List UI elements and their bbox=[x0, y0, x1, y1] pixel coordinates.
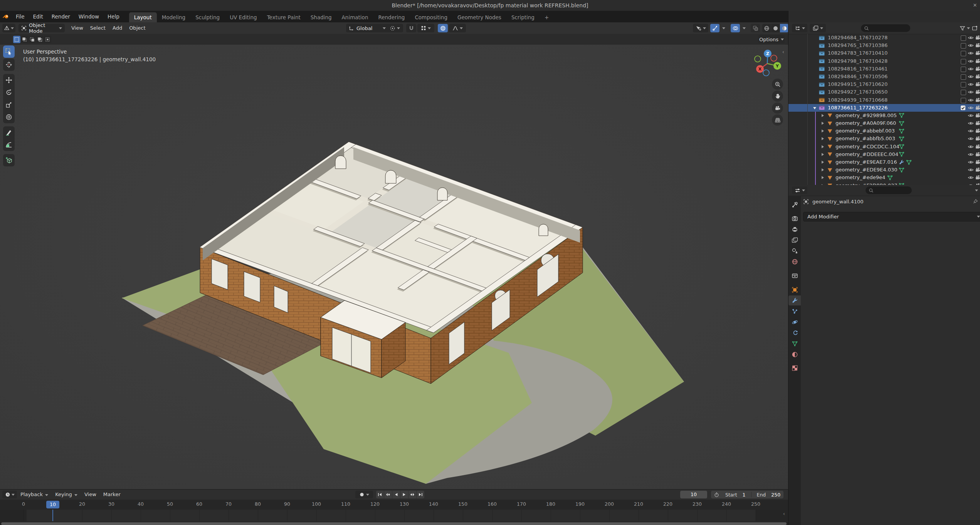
workspace-tab-sculpting[interactable]: Sculpting bbox=[190, 12, 225, 22]
mode-selector[interactable]: Object Mode bbox=[18, 24, 65, 32]
blender-logo-icon[interactable] bbox=[0, 14, 12, 19]
disable-in-renders-toggle[interactable] bbox=[975, 58, 980, 64]
expand-arrow[interactable] bbox=[822, 176, 824, 179]
disable-in-renders-toggle[interactable] bbox=[975, 144, 980, 150]
disable-in-renders-toggle[interactable] bbox=[975, 159, 980, 165]
new-collection-button[interactable] bbox=[972, 25, 978, 31]
outliner-collection-row[interactable]: 108294684_176710278 bbox=[788, 34, 980, 42]
outliner-collection-row[interactable]: 108294783_176710410 bbox=[788, 49, 980, 57]
properties-search-input[interactable] bbox=[866, 186, 912, 194]
disable-in-renders-toggle[interactable] bbox=[975, 66, 980, 72]
collection-checkbox[interactable] bbox=[961, 106, 965, 110]
disable-in-renders-toggle[interactable] bbox=[975, 136, 980, 142]
disable-in-renders-toggle[interactable] bbox=[975, 42, 980, 49]
collection-checkbox[interactable] bbox=[961, 35, 966, 41]
outliner-object-row[interactable]: geometry_#E9EAE7.016 bbox=[788, 158, 980, 166]
play-reverse-button[interactable] bbox=[392, 491, 400, 498]
hide-in-viewport-toggle[interactable] bbox=[968, 144, 974, 150]
disable-in-renders-toggle[interactable] bbox=[975, 74, 980, 80]
hide-in-viewport-toggle[interactable] bbox=[968, 97, 974, 103]
properties-tab-tool[interactable] bbox=[788, 200, 801, 210]
playhead-badge[interactable]: 10 bbox=[46, 501, 59, 508]
options-dropdown[interactable]: Options bbox=[758, 35, 785, 44]
hide-in-viewport-toggle[interactable] bbox=[968, 58, 974, 64]
expand-arrow[interactable] bbox=[822, 161, 824, 164]
outliner-collection-row[interactable]: 108294939_176710668 bbox=[788, 96, 980, 104]
collapse-arrow[interactable] bbox=[813, 107, 816, 109]
hide-in-viewport-toggle[interactable] bbox=[968, 74, 974, 80]
properties-tab-collection[interactable] bbox=[788, 270, 801, 280]
disable-in-renders-toggle[interactable] bbox=[975, 128, 980, 134]
menu-render[interactable]: Render bbox=[47, 11, 74, 22]
shading-material-preview-button[interactable] bbox=[780, 24, 788, 32]
3d-viewport[interactable]: User Perspective (10) 108736611_17726322… bbox=[0, 45, 788, 489]
properties-tab-physics[interactable] bbox=[788, 317, 801, 327]
properties-tab-texture[interactable] bbox=[788, 363, 801, 373]
properties-tab-world[interactable] bbox=[788, 257, 801, 267]
timeline-track-area[interactable] bbox=[0, 510, 788, 521]
outliner-search-input[interactable] bbox=[861, 24, 910, 32]
properties-tab-scene[interactable] bbox=[788, 246, 801, 256]
workspace-tab-geometry-nodes[interactable]: Geometry Nodes bbox=[452, 12, 506, 22]
outliner-collection-row[interactable]: 108736611_177263226 bbox=[788, 104, 980, 112]
selectability-visibility-button[interactable] bbox=[693, 24, 708, 32]
expand-arrow[interactable] bbox=[822, 145, 824, 148]
timeline-editor-type-button[interactable] bbox=[2, 491, 17, 498]
hide-in-viewport-toggle[interactable] bbox=[968, 159, 974, 165]
hide-in-viewport-toggle[interactable] bbox=[968, 120, 974, 126]
properties-tab-view-layer[interactable] bbox=[788, 235, 801, 245]
collection-checkbox[interactable] bbox=[961, 90, 966, 95]
tool-select-box[interactable] bbox=[3, 45, 15, 58]
properties-tab-constraints[interactable] bbox=[788, 328, 801, 338]
tool-annotate[interactable] bbox=[3, 126, 15, 139]
snap-settings-button[interactable] bbox=[417, 24, 434, 32]
timeline-menu-playback[interactable]: Playback bbox=[17, 490, 52, 500]
hide-in-viewport-toggle[interactable] bbox=[968, 174, 974, 181]
current-frame-field[interactable]: 10 bbox=[680, 491, 707, 498]
expand-arrow[interactable] bbox=[822, 137, 824, 140]
workspace-tab-texture-paint[interactable]: Texture Paint bbox=[262, 12, 306, 22]
pan-button[interactable] bbox=[772, 91, 783, 102]
collection-checkbox[interactable] bbox=[961, 82, 966, 87]
workspace-tab-modeling[interactable]: Modeling bbox=[157, 12, 190, 22]
start-frame-field[interactable]: 1 bbox=[743, 492, 746, 498]
outliner-collection-row[interactable]: 108294816_176710461 bbox=[788, 65, 980, 73]
show-overlays-toggle[interactable] bbox=[731, 24, 740, 32]
collection-checkbox[interactable] bbox=[961, 43, 966, 49]
outliner-object-row[interactable]: geometry_#ede9e4 bbox=[788, 174, 980, 181]
xray-toggle[interactable] bbox=[751, 24, 760, 32]
outliner-collection-row[interactable]: 108294927_176710650 bbox=[788, 88, 980, 96]
properties-tab-modifiers[interactable] bbox=[788, 295, 801, 305]
hide-in-viewport-toggle[interactable] bbox=[968, 112, 974, 119]
tool-transform[interactable] bbox=[3, 111, 15, 123]
axis-z-negative[interactable] bbox=[763, 70, 769, 76]
orthographic-toggle-button[interactable] bbox=[772, 114, 783, 126]
pin-id-icon[interactable] bbox=[973, 199, 978, 204]
outliner-object-row[interactable]: geometry_#F2D8B0.037 bbox=[788, 182, 980, 185]
viewport-menu-select[interactable]: Select bbox=[87, 22, 109, 34]
disable-in-renders-toggle[interactable] bbox=[975, 112, 980, 119]
jump-to-end-button[interactable] bbox=[417, 491, 424, 498]
properties-tab-object[interactable] bbox=[788, 285, 801, 295]
properties-tab-particles[interactable] bbox=[788, 306, 801, 316]
workspace-tab-layout[interactable]: Layout bbox=[129, 12, 157, 22]
tool-move[interactable] bbox=[3, 74, 15, 86]
hide-in-viewport-toggle[interactable] bbox=[968, 167, 974, 173]
outliner-collection-row[interactable]: 108294798_176710428 bbox=[788, 57, 980, 65]
properties-tab-data[interactable] bbox=[788, 339, 801, 349]
select-mode-invert[interactable] bbox=[36, 36, 44, 43]
show-gizmo-toggle[interactable] bbox=[710, 24, 719, 32]
disable-in-renders-toggle[interactable] bbox=[975, 97, 980, 103]
collection-checkbox[interactable] bbox=[961, 59, 966, 64]
expand-arrow[interactable] bbox=[822, 129, 824, 133]
hide-in-viewport-toggle[interactable] bbox=[968, 136, 974, 142]
auto-keying-button[interactable] bbox=[355, 491, 373, 498]
add-workspace-button[interactable]: + bbox=[540, 12, 554, 22]
proportional-falloff-button[interactable] bbox=[449, 24, 466, 32]
navigation-gizmo[interactable]: Z Y X bbox=[750, 48, 785, 80]
outliner-filter-button[interactable] bbox=[960, 25, 970, 31]
axis-y-negative[interactable] bbox=[755, 56, 761, 62]
overlays-dropdown[interactable] bbox=[741, 24, 748, 32]
shading-wireframe-button[interactable] bbox=[762, 24, 771, 32]
timeline-menu-keying[interactable]: Keying bbox=[52, 490, 81, 500]
